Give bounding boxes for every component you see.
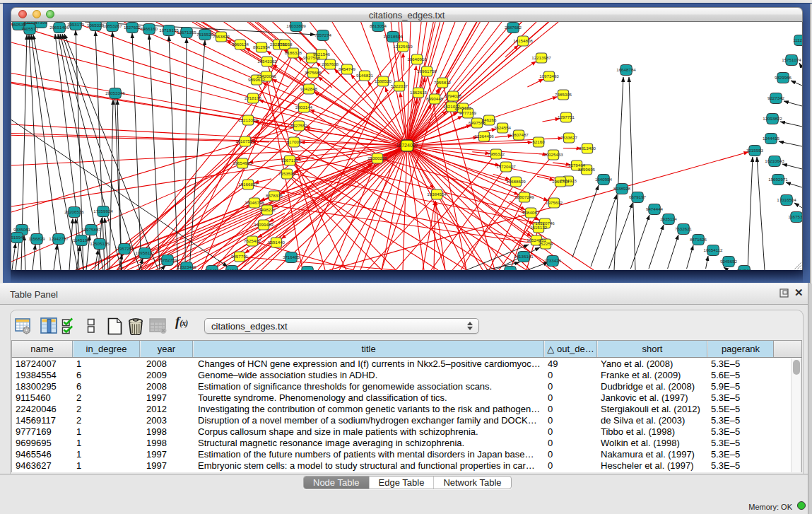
svg-text:10958117: 10958117 [135, 250, 155, 255]
svg-text:6466160: 6466160 [141, 26, 158, 31]
svg-text:9242848: 9242848 [300, 86, 318, 91]
svg-text:1156829: 1156829 [28, 236, 45, 241]
svg-text:14136141: 14136141 [514, 254, 534, 259]
svg-text:3498222: 3498222 [259, 207, 276, 212]
svg-text:10719155: 10719155 [159, 28, 179, 33]
svg-text:16154808: 16154808 [513, 38, 533, 43]
svg-text:19166827: 19166827 [238, 182, 258, 187]
svg-text:5322037: 5322037 [391, 83, 408, 88]
svg-text:9457791: 9457791 [231, 254, 249, 259]
svg-text:16046798: 16046798 [245, 200, 264, 205]
svg-text:982450: 982450 [205, 268, 220, 270]
svg-text:1993179: 1993179 [67, 22, 85, 27]
svg-text:7986322: 7986322 [488, 151, 505, 156]
svg-text:18807249: 18807249 [514, 194, 534, 199]
svg-text:1975692: 1975692 [546, 200, 563, 205]
svg-text:2687682: 2687682 [505, 25, 522, 30]
svg-text:746266: 746266 [482, 117, 497, 122]
svg-text:7485005: 7485005 [555, 92, 572, 97]
svg-text:1145194: 1145194 [73, 238, 90, 243]
svg-text:111213: 111213 [793, 37, 802, 42]
svg-text:16782759: 16782759 [158, 257, 177, 262]
svg-text:7533627: 7533627 [560, 135, 578, 140]
svg-text:20206536: 20206536 [64, 209, 84, 214]
svg-text:6794028: 6794028 [445, 93, 462, 98]
svg-text:9579464: 9579464 [568, 163, 586, 168]
svg-text:8678335: 8678335 [266, 193, 283, 198]
svg-text:817006: 817006 [287, 139, 302, 144]
svg-text:816058: 816058 [278, 42, 293, 47]
svg-text:12213369: 12213369 [238, 117, 258, 122]
svg-text:9899612: 9899612 [248, 77, 266, 82]
svg-text:87051: 87051 [301, 269, 314, 270]
svg-text:9245652: 9245652 [720, 259, 738, 264]
svg-text:2145113: 2145113 [454, 105, 471, 110]
svg-text:7357274: 7357274 [314, 33, 332, 37]
svg-text:9621546: 9621546 [313, 52, 331, 57]
svg-text:1405571: 1405571 [21, 26, 39, 31]
svg-text:3267130: 3267130 [281, 158, 299, 163]
svg-text:47395: 47395 [35, 22, 47, 25]
svg-text:8471626: 8471626 [690, 237, 707, 242]
svg-text:1615132: 1615132 [530, 225, 548, 230]
svg-text:3624554: 3624554 [494, 125, 512, 130]
svg-text:3875685: 3875685 [305, 70, 322, 75]
svg-text:16648784: 16648784 [616, 67, 636, 72]
svg-text:1527602: 1527602 [124, 25, 141, 30]
svg-text:10107553: 10107553 [235, 139, 255, 144]
svg-text:16671355: 16671355 [177, 30, 196, 35]
svg-text:15720407: 15720407 [496, 164, 516, 169]
svg-text:15692971: 15692971 [768, 177, 788, 182]
svg-text:8990448: 8990448 [426, 96, 444, 101]
svg-text:3813400: 3813400 [579, 146, 596, 151]
svg-text:252254: 252254 [539, 241, 553, 246]
svg-text:12942757: 12942757 [49, 236, 69, 241]
svg-text:12325419: 12325419 [393, 44, 413, 49]
svg-text:9335061: 9335061 [13, 227, 31, 232]
svg-text:2867608: 2867608 [322, 62, 339, 66]
svg-text:1691440: 1691440 [268, 240, 286, 245]
svg-text:2803144: 2803144 [295, 105, 313, 110]
svg-text:1733426: 1733426 [544, 258, 562, 263]
svg-text:12093822: 12093822 [763, 116, 782, 121]
svg-text:25300235: 25300235 [367, 156, 387, 160]
svg-text:924561: 924561 [737, 268, 752, 270]
svg-text:1588520: 1588520 [375, 78, 392, 83]
svg-text:9777169: 9777169 [459, 110, 477, 115]
svg-text:8186328: 8186328 [285, 50, 302, 55]
svg-text:17016504: 17016504 [777, 197, 796, 202]
svg-text:19218506: 19218506 [383, 34, 403, 39]
svg-text:7663822: 7663822 [213, 34, 230, 39]
svg-text:10654112: 10654112 [703, 247, 723, 252]
svg-text:8454749: 8454749 [339, 66, 356, 71]
svg-text:19384554: 19384554 [427, 192, 447, 197]
svg-text:2935114: 2935114 [660, 216, 677, 221]
svg-text:15751074: 15751074 [782, 57, 801, 62]
svg-text:1065328: 1065328 [87, 23, 105, 28]
svg-text:1244415: 1244415 [763, 136, 780, 141]
svg-text:2718176: 2718176 [245, 95, 262, 100]
svg-text:18724007: 18724007 [396, 143, 418, 148]
svg-text:9227342: 9227342 [767, 95, 785, 100]
svg-text:10807487: 10807487 [509, 132, 529, 137]
svg-text:12023446: 12023446 [177, 264, 196, 269]
svg-text:18640910: 18640910 [407, 57, 427, 62]
svg-text:17359924: 17359924 [93, 209, 113, 214]
svg-text:62160: 62160 [532, 139, 545, 144]
svg-text:1965733: 1965733 [552, 179, 570, 184]
svg-text:160944: 160944 [503, 269, 518, 270]
svg-text:124503: 124503 [225, 268, 240, 270]
svg-text:9084067: 9084067 [522, 210, 540, 215]
svg-text:12213987: 12213987 [531, 55, 551, 60]
svg-text:12505135: 12505135 [90, 241, 110, 246]
svg-text:16961758: 16961758 [417, 69, 437, 74]
svg-text:3215953: 3215953 [746, 148, 764, 153]
svg-text:7955812: 7955812 [434, 80, 452, 85]
svg-text:10975887: 10975887 [81, 227, 101, 232]
svg-text:7515526: 7515526 [196, 32, 214, 37]
svg-text:3960124: 3960124 [232, 42, 249, 47]
svg-text:9474444: 9474444 [646, 206, 664, 211]
svg-text:16210643: 16210643 [765, 158, 784, 163]
svg-text:28053346: 28053346 [105, 90, 125, 95]
svg-text:17957255: 17957255 [114, 246, 134, 251]
